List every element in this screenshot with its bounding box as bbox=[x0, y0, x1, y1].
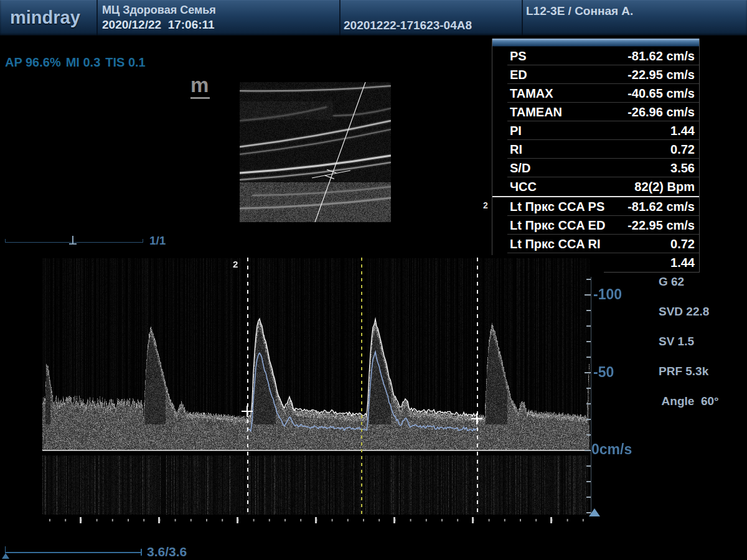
sweep-position-icon bbox=[2, 553, 9, 559]
depth-scale-label: 1/1 bbox=[149, 234, 166, 248]
depth-scale-end-tick bbox=[5, 239, 6, 243]
result-row-ps: PS-81.62 cm/s bbox=[492, 47, 699, 65]
measure-mode-icon: m bbox=[190, 75, 209, 95]
sv-value: SV 1.5 bbox=[659, 335, 694, 348]
header-divider bbox=[96, 0, 98, 35]
mindray-logo: mindray bbox=[10, 7, 80, 28]
result-row-lt-ps: Lt Пркс CCA PS-81.62 cm/s bbox=[492, 197, 699, 216]
time-scale-end-tick bbox=[141, 549, 142, 556]
header-divider bbox=[522, 0, 523, 35]
result-row-tamax: TAMAX-40.65 cm/s bbox=[492, 84, 699, 103]
velocity-tick bbox=[585, 450, 591, 451]
velocity-label: 0cm/s bbox=[591, 441, 632, 458]
header-bar: mindray МЦ Здоровая Семья 2020/12/22 17:… bbox=[0, 0, 747, 35]
exam-id: 20201222-171623-04A8 bbox=[344, 19, 472, 32]
bmode-thumbnail-canvas[interactable] bbox=[240, 82, 391, 222]
velocity-label: -50 bbox=[593, 364, 614, 381]
measure-cursor[interactable] bbox=[247, 258, 248, 514]
velocity-tick bbox=[586, 434, 591, 436]
velocity-tick bbox=[586, 341, 591, 342]
velocity-tick bbox=[586, 465, 591, 467]
velocity-tick bbox=[586, 419, 591, 420]
doppler-parameters: G 62 SVD 22.8 SV 1.5 PRF 5.3k Angle 60° bbox=[659, 274, 719, 409]
time-scale-label: 3.6/3.6 bbox=[147, 544, 187, 559]
velocity-tick bbox=[585, 294, 591, 296]
time-scale-bar bbox=[5, 552, 141, 553]
velocity-tick bbox=[585, 372, 591, 373]
measure-cursor[interactable] bbox=[477, 258, 478, 514]
velocity-tick bbox=[586, 403, 591, 404]
velocity-tick bbox=[586, 310, 591, 311]
header-divider bbox=[339, 0, 341, 35]
velocity-tick bbox=[586, 279, 591, 280]
velocity-tick bbox=[586, 325, 591, 327]
ap-value: AP 96.6% bbox=[5, 55, 61, 69]
velocity-tick bbox=[586, 388, 591, 389]
measurement-results-panel: PS-81.62 cm/s ED-22.95 cm/s TAMAX-40.65 … bbox=[492, 39, 700, 273]
gain-value: G 62 bbox=[659, 275, 684, 288]
depth-position-marker bbox=[69, 243, 77, 245]
velocity-tick bbox=[586, 481, 591, 482]
caliper-cross[interactable] bbox=[242, 406, 253, 417]
result-row-ed: ED-22.95 cm/s bbox=[492, 65, 699, 84]
ultrasound-screen: mindray МЦ Здоровая Семья 2020/12/22 17:… bbox=[0, 0, 747, 560]
result-row-tamean: TAMEAN-26.96 cm/s bbox=[492, 103, 699, 121]
svd-value: SVD 22.8 bbox=[659, 305, 709, 318]
clinic-name: МЦ Здоровая Семья bbox=[102, 4, 216, 17]
result-row-lt-ed: Lt Пркс CCA ED-22.95 cm/s bbox=[492, 216, 699, 235]
spectrum-measurement-number: 2 bbox=[233, 259, 238, 269]
measurement-group-number: 2 bbox=[483, 200, 488, 210]
time-scale-end-tick bbox=[5, 546, 6, 552]
angle-value: Angle 60° bbox=[659, 394, 719, 408]
result-row-ri: RI0.72 bbox=[492, 140, 699, 159]
result-row-pi: PI1.44 bbox=[492, 121, 699, 140]
probe-preset-label: L12-3E / Сонная А. bbox=[526, 4, 633, 18]
acoustic-output-status: AP 96.6%MI 0.3TIS 0.1 bbox=[5, 55, 151, 70]
result-row-lt-ri: Lt Пркс CCA RI0.72 bbox=[492, 235, 699, 253]
depth-scale-end-tick bbox=[143, 239, 143, 243]
results-panel-title-bar[interactable] bbox=[492, 39, 699, 47]
velocity-label: -100 bbox=[593, 286, 622, 303]
result-row-hr: ЧСС82(2) Bpm bbox=[492, 177, 699, 196]
depth-scale-bar bbox=[5, 242, 143, 243]
mi-value: MI 0.3 bbox=[66, 55, 101, 69]
velocity-tick bbox=[586, 357, 591, 358]
caliper-cross[interactable] bbox=[471, 413, 482, 424]
result-row-sd: S/D3.56 bbox=[492, 159, 699, 177]
exam-datetime: 2020/12/22 17:06:11 bbox=[102, 18, 215, 32]
tis-value: TIS 0.1 bbox=[105, 55, 145, 69]
measure-mode-icon-underline bbox=[190, 97, 210, 99]
velocity-tick bbox=[586, 497, 591, 498]
doppler-spectrum-canvas[interactable] bbox=[0, 255, 604, 535]
velocity-axis bbox=[591, 277, 591, 515]
measure-cursor-mid[interactable] bbox=[361, 258, 362, 514]
prf-value: PRF 5.3k bbox=[659, 365, 708, 378]
baseline-marker-icon[interactable] bbox=[589, 508, 600, 516]
